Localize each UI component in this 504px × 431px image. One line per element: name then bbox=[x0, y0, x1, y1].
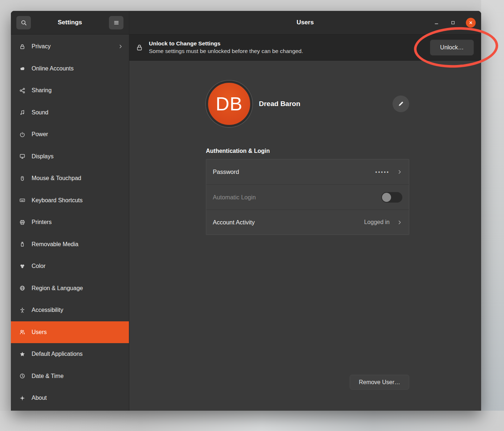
sidebar-item-label: Users bbox=[32, 329, 123, 336]
sidebar-item-label: Accessibility bbox=[32, 307, 123, 313]
titlebar: Users bbox=[129, 11, 481, 34]
remove-user-button[interactable]: Remove User… bbox=[350, 375, 409, 390]
sidebar-item-about[interactable]: About bbox=[11, 387, 129, 409]
sidebar-item-label: Sound bbox=[32, 109, 123, 116]
sidebar-item-label: Printers bbox=[32, 219, 123, 225]
account-activity-row[interactable]: Account Activity Logged in bbox=[206, 210, 409, 235]
sidebar-item-default-applications[interactable]: Default Applications bbox=[11, 343, 129, 365]
user-row: DB Dread Baron bbox=[206, 81, 409, 127]
auth-login-heading: Authentication & Login bbox=[206, 148, 409, 154]
sidebar-item-label: Date & Time bbox=[32, 373, 123, 379]
maximize-button[interactable] bbox=[450, 19, 456, 26]
sidebar-item-mouse-touchpad[interactable]: Mouse & Touchpad bbox=[11, 167, 129, 190]
lock-icon bbox=[19, 44, 25, 50]
sidebar-item-displays[interactable]: Displays bbox=[11, 146, 129, 168]
chevron-right-icon bbox=[397, 220, 402, 225]
sidebar-item-label: Keyboard Shortcuts bbox=[32, 197, 123, 204]
sidebar-item-label: Default Applications bbox=[32, 351, 123, 357]
sidebar-item-label: About bbox=[32, 395, 123, 401]
banner-title: Unlock to Change Settings bbox=[149, 40, 424, 47]
color-circles-icon bbox=[19, 263, 25, 269]
padlock-icon bbox=[136, 44, 143, 51]
minimize-button[interactable] bbox=[433, 19, 440, 26]
sidebar-item-privacy[interactable]: Privacy bbox=[11, 36, 129, 58]
edit-name-button[interactable] bbox=[393, 95, 409, 112]
password-row[interactable]: Password ••••• bbox=[206, 159, 409, 184]
sparkle-icon bbox=[19, 395, 25, 401]
desktop-wallpaper-bottom bbox=[0, 411, 504, 431]
password-dots: ••••• bbox=[375, 169, 390, 175]
globe-icon bbox=[19, 285, 25, 291]
window-controls bbox=[433, 18, 481, 28]
sidebar-list: Privacy Online Accounts Sharing bbox=[11, 34, 129, 411]
usb-drive-icon bbox=[19, 241, 25, 247]
sidebar-item-printers[interactable]: Printers bbox=[11, 211, 129, 233]
sidebar-item-label: Displays bbox=[32, 153, 123, 160]
mouse-icon bbox=[19, 175, 25, 182]
settings-window: Settings Privacy Onl bbox=[11, 11, 481, 411]
unlock-button[interactable]: Unlock… bbox=[430, 40, 474, 56]
users-content: DB Dread Baron Authentication & Login Pa… bbox=[129, 61, 481, 411]
sidebar-item-region-language[interactable]: Region & Language bbox=[11, 277, 129, 300]
automatic-login-row: Automatic Login bbox=[206, 184, 409, 210]
sidebar-item-label: Color bbox=[32, 263, 123, 269]
sidebar-item-power[interactable]: Power bbox=[11, 123, 129, 146]
automatic-login-toggle[interactable] bbox=[381, 192, 402, 203]
user-full-name: Dread Baron bbox=[259, 100, 300, 108]
hamburger-menu-icon bbox=[113, 20, 119, 26]
sidebar-item-sharing[interactable]: Sharing bbox=[11, 80, 129, 102]
sidebar-item-accessibility[interactable]: Accessibility bbox=[11, 299, 129, 321]
display-icon bbox=[19, 153, 25, 159]
sidebar-item-label: Privacy bbox=[32, 43, 112, 50]
automatic-login-label: Automatic Login bbox=[213, 194, 378, 201]
share-icon bbox=[19, 88, 25, 94]
chevron-right-icon bbox=[397, 169, 402, 175]
auth-card: Password ••••• Automatic Login Account bbox=[206, 159, 409, 235]
sidebar-item-color[interactable]: Color bbox=[11, 255, 129, 277]
chevron-right-icon bbox=[118, 44, 123, 49]
sidebar-item-label: Power bbox=[32, 131, 123, 138]
sidebar-item-online-accounts[interactable]: Online Accounts bbox=[11, 58, 129, 80]
page-title: Users bbox=[129, 19, 481, 26]
toggle-knob bbox=[382, 193, 391, 202]
sidebar-item-sound[interactable]: Sound bbox=[11, 102, 129, 124]
close-button[interactable] bbox=[466, 18, 476, 28]
account-activity-value: Logged in bbox=[364, 219, 390, 225]
accessibility-icon bbox=[19, 307, 25, 313]
user-panel: DB Dread Baron Authentication & Login Pa… bbox=[206, 81, 409, 235]
account-activity-label: Account Activity bbox=[213, 219, 361, 226]
users-icon bbox=[19, 329, 25, 335]
keyboard-icon bbox=[19, 197, 25, 203]
sidebar-item-label: Removable Media bbox=[32, 241, 123, 248]
password-label: Password bbox=[213, 168, 371, 175]
sidebar-item-date-time[interactable]: Date & Time bbox=[11, 365, 129, 387]
pencil-icon bbox=[398, 101, 404, 107]
star-icon bbox=[19, 351, 25, 357]
cloud-icon bbox=[19, 65, 25, 72]
sidebar-title: Settings bbox=[34, 19, 106, 26]
sidebar-item-label: Mouse & Touchpad bbox=[32, 175, 123, 182]
music-note-icon bbox=[19, 109, 25, 115]
menu-button[interactable] bbox=[109, 16, 123, 29]
main-panel: Users Unlock to Change Set bbox=[129, 11, 481, 411]
sidebar-item-label: Region & Language bbox=[32, 285, 123, 292]
power-icon bbox=[19, 131, 25, 138]
sidebar: Settings Privacy Onl bbox=[11, 11, 129, 411]
desktop-wallpaper-right bbox=[481, 0, 504, 411]
avatar[interactable]: DB bbox=[206, 81, 252, 127]
sidebar-item-label: Sharing bbox=[32, 87, 123, 94]
sidebar-item-label: Online Accounts bbox=[32, 65, 123, 72]
printer-icon bbox=[19, 219, 25, 225]
sidebar-item-users[interactable]: Users bbox=[11, 321, 129, 343]
search-button[interactable] bbox=[16, 16, 31, 29]
close-icon bbox=[468, 20, 473, 25]
banner-text: Unlock to Change Settings Some settings … bbox=[149, 40, 424, 54]
sidebar-item-keyboard-shortcuts[interactable]: Keyboard Shortcuts bbox=[11, 190, 129, 212]
sidebar-header: Settings bbox=[11, 11, 129, 34]
search-icon bbox=[21, 20, 27, 26]
banner-subtitle: Some settings must be unlocked before th… bbox=[149, 48, 424, 54]
sidebar-item-removable-media[interactable]: Removable Media bbox=[11, 233, 129, 256]
unlock-banner: Unlock to Change Settings Some settings … bbox=[129, 34, 481, 61]
clock-icon bbox=[19, 373, 25, 379]
